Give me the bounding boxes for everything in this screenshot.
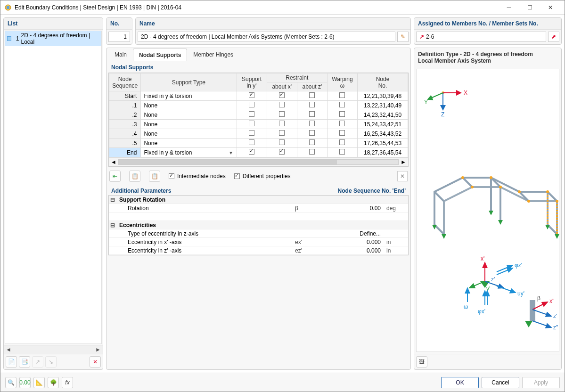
tab-main[interactable]: Main — [108, 48, 133, 61]
table-row[interactable]: StartFixed in y & torsion12,21,30,39,48 — [109, 91, 408, 101]
list-body[interactable]: 1 2D - 4 degrees of freedom | Local — [5, 31, 102, 344]
different-properties-checkbox[interactable]: Different properties — [234, 173, 291, 180]
viewer-canvas[interactable]: X Y Z — [416, 69, 559, 352]
list-item[interactable]: 1 2D - 4 degrees of freedom | Local — [5, 31, 101, 46]
svg-text:β: β — [537, 295, 540, 302]
assigned-input[interactable]: ↗ 2-6 — [416, 32, 546, 42]
param-ecc-z[interactable]: Eccentricity in z' -axis ez' 0.000 in — [109, 246, 408, 255]
checkbox-icon[interactable] — [309, 111, 315, 117]
checkbox-icon[interactable] — [309, 92, 315, 98]
svg-text:x': x' — [481, 255, 484, 262]
tool-button-5[interactable]: fx — [62, 377, 73, 388]
params-grid[interactable]: ⊟ Support Rotation Rotation β 0.00 deg ⊟… — [108, 195, 409, 255]
table-row[interactable]: .4None16,25,34,43,52 — [109, 129, 408, 139]
checkbox-icon[interactable] — [249, 102, 254, 107]
ok-button[interactable]: OK — [441, 377, 479, 388]
minimize-button[interactable]: ─ — [499, 0, 519, 15]
checkbox-icon[interactable] — [279, 139, 285, 145]
tab-member-hinges[interactable]: Member Hinges — [187, 48, 239, 61]
copy-up-button[interactable]: 📋 — [149, 171, 160, 182]
param-ecc-type[interactable]: Type of eccentricity in z-axis Define... — [109, 229, 408, 238]
close-button[interactable]: ✕ — [540, 0, 561, 15]
name-input[interactable] — [138, 32, 395, 42]
col-restraint[interactable]: Restraint — [267, 74, 327, 82]
maximize-button[interactable]: ☐ — [519, 0, 540, 15]
intermediate-nodes-checkbox[interactable]: Intermediate nodes — [169, 173, 226, 180]
checkbox-icon[interactable] — [249, 139, 254, 145]
group-eccentricities[interactable]: ⊟ Eccentricities — [109, 221, 408, 229]
checkbox-icon[interactable] — [339, 130, 345, 136]
checkbox-icon[interactable] — [309, 149, 315, 155]
checkbox-icon[interactable] — [279, 130, 285, 136]
tool-button-4[interactable]: 🌳 — [48, 377, 59, 388]
units-button[interactable]: 0.00 — [19, 377, 31, 388]
group-support-rotation[interactable]: ⊟ Support Rotation — [109, 196, 408, 204]
apply-button[interactable]: Apply — [522, 377, 560, 388]
list-item-label: 2D - 4 degrees of freedom | Local — [21, 32, 99, 45]
collapse-icon[interactable]: ⊟ — [109, 196, 116, 203]
checkbox-icon[interactable] — [339, 92, 345, 98]
tool-button-3[interactable]: 📐 — [33, 377, 45, 388]
viewer-settings-button[interactable]: 🖼 — [416, 356, 427, 368]
col-node-no[interactable]: NodeNo. — [358, 74, 408, 91]
checkbox-icon[interactable] — [309, 121, 315, 126]
checkbox-icon[interactable] — [339, 111, 345, 117]
checkbox-icon[interactable] — [279, 92, 285, 98]
col-support-y[interactable]: Supportin y' — [237, 74, 267, 91]
checkbox-icon[interactable] — [309, 130, 315, 136]
svg-point-20 — [461, 176, 464, 179]
help-button[interactable]: 🔍 — [5, 377, 16, 388]
checkbox-icon[interactable] — [309, 139, 315, 145]
edit-name-button[interactable]: ✎ — [397, 32, 409, 42]
svg-point-25 — [499, 186, 502, 188]
toolbar-btn-4[interactable]: ↘ — [45, 356, 57, 368]
table-row[interactable]: .3None15,24,33,42,51 — [109, 120, 408, 129]
cancel-button[interactable]: Cancel — [482, 377, 519, 388]
checkbox-icon[interactable] — [279, 121, 285, 126]
col-type[interactable]: Support Type — [141, 74, 237, 91]
no-input[interactable] — [108, 32, 130, 42]
clear-button[interactable]: ✕ — [397, 171, 408, 181]
param-rotation[interactable]: Rotation β 0.00 deg — [109, 204, 408, 212]
checkbox-icon[interactable] — [249, 130, 254, 136]
svg-text:φz': φz' — [515, 262, 522, 269]
collapse-icon[interactable]: ⊟ — [109, 222, 116, 229]
checkbox-icon[interactable] — [249, 149, 254, 155]
list-hscroll[interactable]: ◄► — [4, 345, 103, 354]
svg-text:ω: ω — [464, 303, 468, 310]
checkbox-icon[interactable] — [249, 121, 254, 126]
table-row[interactable]: EndFixed in y & torsion▾18,27,36,45,54 — [109, 148, 408, 157]
duplicate-item-button[interactable]: 📑 — [19, 356, 30, 368]
nodal-supports-grid[interactable]: NodeSequence Support Type Supportin y' R… — [108, 73, 409, 167]
chevron-down-icon[interactable]: ▾ — [227, 149, 235, 156]
checkbox-icon[interactable] — [309, 102, 315, 107]
no-label: No. — [106, 18, 132, 30]
checkbox-icon[interactable] — [249, 111, 254, 117]
tab-nodal-supports[interactable]: Nodal Supports — [133, 49, 187, 61]
new-item-button[interactable]: 📄 — [6, 356, 17, 368]
checkbox-icon[interactable] — [279, 149, 285, 155]
checkbox-icon[interactable] — [249, 92, 254, 98]
col-about-z[interactable]: about z' — [297, 82, 327, 91]
col-seq[interactable]: NodeSequence — [109, 74, 141, 91]
checkbox-icon[interactable] — [339, 149, 345, 155]
app-icon — [4, 4, 12, 11]
checkbox-icon[interactable] — [279, 111, 285, 117]
checkbox-icon[interactable] — [339, 121, 345, 126]
pick-members-button[interactable]: ⬈ — [548, 32, 559, 42]
toolbar-btn-3[interactable]: ↗ — [32, 356, 43, 368]
copy-down-button[interactable]: 📋 — [129, 171, 140, 182]
table-row[interactable]: .1None13,22,31,40,49 — [109, 101, 408, 110]
table-row[interactable]: .2None14,23,32,41,50 — [109, 110, 408, 120]
checkbox-icon[interactable] — [279, 102, 285, 107]
checkbox-icon[interactable] — [339, 102, 345, 107]
param-ecc-x[interactable]: Eccentricity in x' -axis ex' 0.000 in — [109, 238, 408, 246]
col-warping[interactable]: Warpingω — [327, 74, 357, 91]
delete-item-button[interactable]: ✕ — [90, 356, 101, 368]
dialog-footer: 🔍 0.00 📐 🌳 fx OK Cancel Apply — [0, 373, 565, 392]
checkbox-icon[interactable] — [339, 139, 345, 145]
go-start-button[interactable]: ⇤ — [109, 171, 121, 182]
col-about-x[interactable]: about x' — [267, 82, 297, 91]
grid-hscroll[interactable]: ◄► — [109, 157, 408, 166]
table-row[interactable]: .5None17,26,35,44,53 — [109, 139, 408, 148]
